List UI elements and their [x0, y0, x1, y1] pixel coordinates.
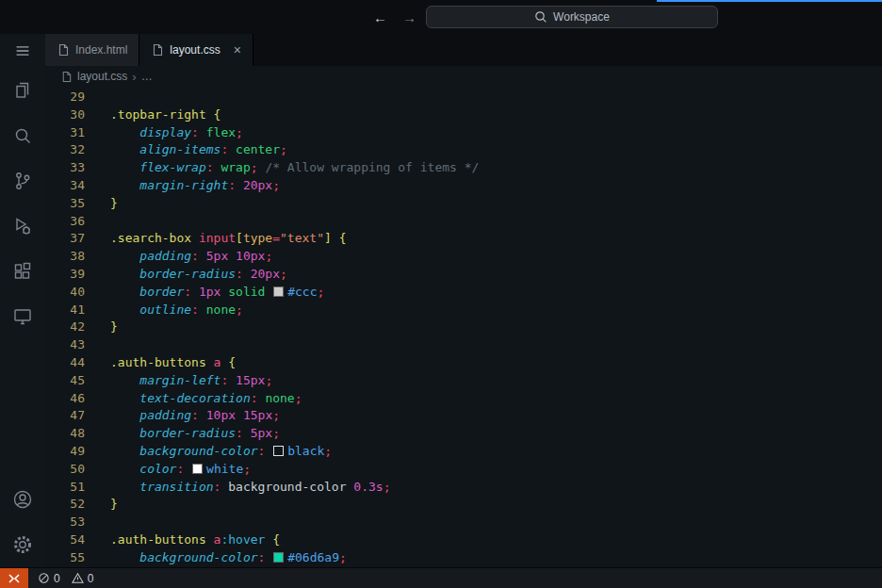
menu-button[interactable]: [0, 34, 45, 68]
code-line[interactable]: 42}: [45, 318, 882, 336]
line-number: 48: [45, 425, 85, 443]
error-icon: [38, 572, 50, 584]
line-number: 38: [45, 248, 85, 266]
nav-back-button[interactable]: ←: [373, 9, 387, 25]
code-line[interactable]: 50 color: white;: [45, 461, 882, 479]
line-number: 43: [45, 336, 85, 354]
line-number: 33: [45, 159, 85, 177]
search-label: Workspace: [553, 10, 610, 24]
title-bar: ← → Workspace: [0, 0, 882, 34]
source-control-icon: [11, 170, 34, 192]
line-number: 32: [45, 141, 85, 159]
line-number: 37: [45, 230, 85, 248]
code-line[interactable]: 35}: [45, 195, 882, 213]
code-line[interactable]: 49 background-color: black;: [45, 443, 882, 461]
line-number: 36: [45, 213, 85, 231]
nav-forward-button[interactable]: →: [402, 9, 416, 25]
code-line[interactable]: 30.topbar-right {: [45, 106, 882, 124]
code-line[interactable]: 38 padding: 5px 10px;: [45, 248, 882, 266]
color-swatch[interactable]: [192, 464, 203, 474]
code-line[interactable]: 55 background-color: #06d6a9;: [45, 549, 882, 567]
remote-explorer-button[interactable]: [0, 294, 45, 339]
code-line[interactable]: 54.auth-buttons a:hover {: [45, 531, 882, 549]
line-number: 42: [45, 318, 85, 336]
explorer-button[interactable]: [0, 68, 45, 113]
status-bar: 0 0: [0, 567, 882, 588]
color-swatch[interactable]: [273, 552, 284, 563]
code-line[interactable]: 29: [45, 89, 882, 106]
tab-index-html[interactable]: Index.html: [45, 34, 139, 66]
extensions-icon: [11, 260, 34, 283]
code-line[interactable]: 46 text-decoration: none;: [45, 390, 882, 408]
command-center-search[interactable]: Workspace: [426, 6, 718, 28]
code-line[interactable]: 41 outline: none;: [45, 302, 882, 319]
account-button[interactable]: [0, 477, 45, 522]
warning-icon: [72, 572, 84, 584]
account-icon: [11, 488, 34, 511]
line-number: 50: [45, 461, 85, 479]
file-icon: [57, 43, 70, 57]
breadcrumb-more[interactable]: …: [141, 70, 153, 83]
code-line[interactable]: 44.auth-buttons a {: [45, 354, 882, 372]
code-lines: 2930.topbar-right {31 display: flex;32 a…: [45, 89, 882, 567]
line-number: 35: [45, 195, 85, 213]
remote-icon: [7, 573, 22, 584]
code-line[interactable]: 48 border-radius: 5px;: [45, 425, 882, 443]
window-accent-line: [657, 0, 882, 2]
gear-icon: [11, 533, 34, 556]
line-number: 53: [45, 514, 85, 531]
code-line[interactable]: 33 flex-wrap: wrap; /* Allow wrapping of…: [45, 159, 882, 177]
code-line[interactable]: 43: [45, 336, 882, 354]
explorer-icon: [11, 79, 34, 102]
vscode-window: ← → Workspace: [0, 0, 882, 588]
breadcrumb-file[interactable]: layout.css: [77, 70, 127, 83]
code-line[interactable]: 51 transition: background-color 0.3s;: [45, 479, 882, 497]
code-line[interactable]: 36: [45, 213, 882, 231]
code-line[interactable]: 34 margin-right: 20px;: [45, 177, 882, 195]
code-line[interactable]: 40 border: 1px solid #ccc;: [45, 284, 882, 302]
run-debug-icon: [11, 215, 34, 237]
extensions-button[interactable]: [0, 249, 45, 294]
tab-layout-css[interactable]: layout.css ×: [139, 34, 253, 66]
source-control-button[interactable]: [0, 158, 45, 204]
code-line[interactable]: 31 display: flex;: [45, 124, 882, 142]
search-sidebar-icon: [11, 124, 34, 147]
search-icon: [534, 10, 547, 24]
menu-icon: [12, 41, 33, 61]
code-line[interactable]: 37.search-box input[type="text"] {: [45, 230, 882, 248]
activity-bar: [0, 34, 45, 567]
breadcrumb[interactable]: layout.css › …: [45, 66, 882, 87]
settings-button[interactable]: [0, 522, 45, 567]
line-number: 31: [45, 124, 85, 142]
code-line[interactable]: 32 align-items: center;: [45, 141, 882, 159]
code-line[interactable]: 45 margin-left: 15px;: [45, 372, 882, 390]
warning-count: 0: [88, 572, 94, 585]
line-number: 55: [45, 549, 85, 567]
line-number: 34: [45, 177, 85, 195]
line-number: 44: [45, 354, 85, 372]
search-sidebar-button[interactable]: [0, 113, 45, 158]
line-number: 49: [45, 443, 85, 461]
line-number: 45: [45, 372, 85, 390]
code-line[interactable]: 52}: [45, 496, 882, 514]
chevron-right-icon: ›: [132, 70, 136, 84]
color-swatch[interactable]: [273, 446, 284, 456]
run-debug-button[interactable]: [0, 204, 45, 249]
file-icon: [60, 71, 73, 83]
line-number: 40: [45, 284, 85, 302]
tab-label: layout.css: [170, 43, 220, 57]
close-tab-icon[interactable]: ×: [234, 43, 241, 57]
line-number: 41: [45, 302, 85, 319]
nav-arrows: ← →: [373, 0, 416, 34]
code-line[interactable]: 47 padding: 10px 15px;: [45, 407, 882, 425]
code-line[interactable]: 53: [45, 514, 882, 531]
color-swatch[interactable]: [273, 286, 284, 297]
activity-bar-bottom: [0, 477, 45, 567]
line-number: 51: [45, 479, 85, 497]
code-editor[interactable]: 2930.topbar-right {31 display: flex;32 a…: [45, 87, 882, 567]
remote-indicator[interactable]: [0, 568, 28, 588]
problems-status[interactable]: 0 0: [38, 572, 93, 585]
file-icon: [151, 43, 164, 57]
line-number: 29: [45, 89, 85, 106]
code-line[interactable]: 39 border-radius: 20px;: [45, 266, 882, 284]
